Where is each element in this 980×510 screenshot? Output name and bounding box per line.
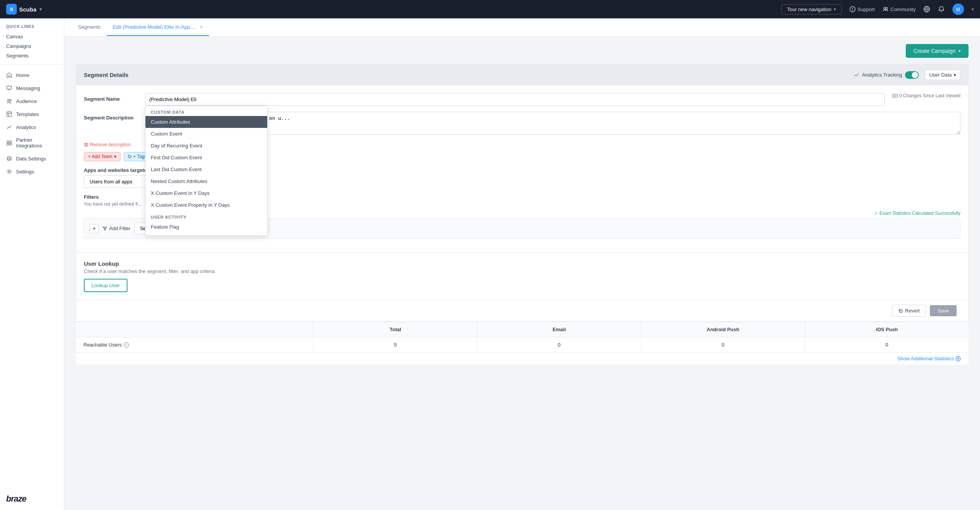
settings-icon — [6, 168, 12, 175]
tab-segments[interactable]: Segments — [72, 19, 107, 36]
segment-details-card: Segment Details Analytics Tracking User … — [76, 64, 969, 322]
show-additional-statistics-link[interactable]: Show Additional Statistics — [76, 353, 969, 365]
support-link[interactable]: Support — [849, 6, 875, 12]
sidebar-item-home[interactable]: Home — [0, 69, 64, 82]
sidebar-item-templates[interactable]: Templates — [0, 108, 64, 121]
stats-table: Total Email Android Push iOS Push Reacha… — [76, 322, 969, 365]
page-body: Create Campaign ▾ Segment Details Analyt… — [64, 36, 980, 372]
community-icon — [882, 6, 889, 12]
stats-email-value: 0 — [477, 337, 641, 352]
bottom-actions-bar: Revert Save — [76, 300, 968, 321]
changes-icon — [892, 93, 898, 98]
sidebar-label-home: Home — [16, 72, 29, 78]
add-team-button[interactable]: + Add Team ▾ — [84, 152, 121, 161]
svg-point-9 — [7, 157, 11, 158]
quick-link-campaigns[interactable]: Campaigns — [0, 41, 64, 51]
community-link[interactable]: Community — [882, 6, 916, 12]
brand-chevron-icon: ▾ — [39, 7, 42, 12]
dropdown-item-x-custom-event-y-days[interactable]: X Custom Event In Y Days — [145, 187, 267, 199]
create-campaign-button[interactable]: Create Campaign ▾ — [906, 44, 969, 58]
dropdown-group-custom-data: Custom Data — [145, 106, 267, 116]
braze-logo: braze — [6, 494, 26, 504]
analytics-tracking-control: Analytics Tracking — [854, 71, 919, 79]
sidebar-label-data-settings: Data Settings — [16, 156, 46, 162]
stats-header-row: Total Email Android Push iOS Push — [76, 322, 969, 337]
home-icon — [6, 72, 12, 78]
brand[interactable]: S Scuba ▾ — [6, 4, 42, 15]
svg-rect-8 — [7, 112, 11, 116]
stats-col-android: Android Push — [641, 322, 805, 337]
filter-icon — [103, 226, 107, 231]
segment-details-title: Segment Details — [84, 72, 129, 78]
sidebar-item-settings[interactable]: Settings — [0, 165, 64, 178]
top-actions: Create Campaign ▾ — [76, 44, 969, 58]
globe-icon — [923, 6, 930, 13]
messaging-icon — [6, 85, 12, 91]
sidebar-label-partner-integrations: Partner Integrations — [16, 137, 58, 149]
lookup-user-button[interactable]: Lookup User — [84, 279, 127, 292]
segment-name-label: Segment Name — [84, 93, 137, 102]
revert-button[interactable]: Revert — [892, 305, 926, 317]
sidebar-item-messaging[interactable]: Messaging — [0, 82, 64, 95]
changes-badge: 0 Changes Since Last Viewed — [892, 93, 960, 98]
stats-col-total: Total — [314, 322, 477, 337]
tour-navigation-button[interactable]: Tour new navigation ▾ — [781, 4, 842, 15]
notifications-link[interactable] — [938, 6, 945, 13]
sidebar-item-data-settings[interactable]: Data Settings — [0, 152, 64, 165]
analytics-tracking-toggle[interactable] — [905, 71, 919, 79]
dropdown-item-custom-attributes[interactable]: Custom Attributes — [145, 116, 267, 128]
svg-point-2 — [886, 8, 888, 10]
dropdown-item-nested-custom-attributes[interactable]: Nested Custom Attributes — [145, 175, 267, 187]
sidebar: QUICK LINKS Canvas Campaigns Segments Ho… — [0, 18, 64, 510]
stats-col-email: Email — [477, 322, 641, 337]
dropdown-item-first-made-purchase[interactable]: First Made Purchase — [145, 233, 267, 236]
tag-icon — [128, 155, 132, 159]
add-filter-button[interactable]: Add Filter — [103, 226, 131, 231]
user-lookup-title: User Lookup — [84, 260, 960, 267]
stats-col-ios: iOS Push — [805, 322, 969, 337]
tab-edit-segment[interactable]: Edit (Predictive Model) Elite In-App....… — [107, 18, 209, 36]
trash-icon — [84, 142, 88, 147]
brand-name: Scuba — [19, 6, 36, 13]
avatar-chevron-icon: ▾ — [972, 7, 974, 12]
save-button[interactable]: Save — [930, 305, 957, 316]
revert-icon — [898, 309, 903, 313]
sidebar-item-analytics[interactable]: Analytics — [0, 121, 64, 134]
dropdown-item-first-did-custom-event[interactable]: First Did Custom Event — [145, 152, 267, 163]
stats-col-label — [76, 322, 314, 337]
nav-right: Tour new navigation ▾ Support Community … — [781, 3, 974, 15]
dropdown-item-x-custom-event-property[interactable]: X Custom Event Property In Y Days — [145, 199, 267, 211]
user-lookup-section: User Lookup Check if a user matches the … — [76, 252, 968, 300]
svg-point-6 — [8, 100, 10, 101]
segment-name-row: Segment Name Custom Data Custom Attribut… — [84, 93, 960, 106]
analytics-tracking-label: Analytics Tracking — [862, 72, 902, 78]
sidebar-item-partner-integrations[interactable]: Partner Integrations — [0, 134, 64, 152]
user-data-button[interactable]: User Data ▾ — [925, 70, 960, 80]
header-controls: Analytics Tracking User Data ▾ — [854, 70, 960, 80]
segment-name-input[interactable] — [145, 93, 885, 106]
sidebar-item-audience[interactable]: Audience — [0, 95, 64, 108]
bell-icon — [938, 6, 945, 13]
show-additional-icon — [956, 356, 961, 361]
create-campaign-chevron-icon: ▾ — [959, 49, 961, 54]
svg-rect-11 — [893, 94, 897, 97]
add-filter-plus-button[interactable]: + — [90, 224, 99, 233]
sidebar-label-messaging: Messaging — [16, 85, 40, 91]
dropdown-item-day-recurring[interactable]: Day of Recurring Event — [145, 140, 267, 152]
avatar[interactable]: U — [952, 3, 964, 15]
reachable-info-icon[interactable]: i — [124, 342, 129, 348]
tour-chevron-icon: ▾ — [834, 7, 836, 12]
svg-point-10 — [8, 171, 10, 172]
data-settings-icon — [6, 155, 12, 162]
quick-link-canvas[interactable]: Canvas — [0, 32, 64, 41]
tab-close-button[interactable]: × — [200, 24, 203, 30]
globe-icon-link[interactable] — [923, 6, 930, 13]
sidebar-label-audience: Audience — [16, 98, 37, 104]
dropdown-item-custom-event[interactable]: Custom Event — [145, 128, 267, 140]
tabs-bar: Segments Edit (Predictive Model) Elite I… — [64, 18, 980, 36]
quick-link-segments[interactable]: Segments — [0, 51, 64, 60]
audience-icon — [6, 98, 12, 104]
dropdown-item-last-did-custom-event[interactable]: Last Did Custom Event — [145, 163, 267, 175]
filter-dropdown: Custom Data Custom Attributes Custom Eve… — [145, 106, 268, 236]
dropdown-item-feature-flag[interactable]: Feature Flag — [145, 221, 267, 233]
